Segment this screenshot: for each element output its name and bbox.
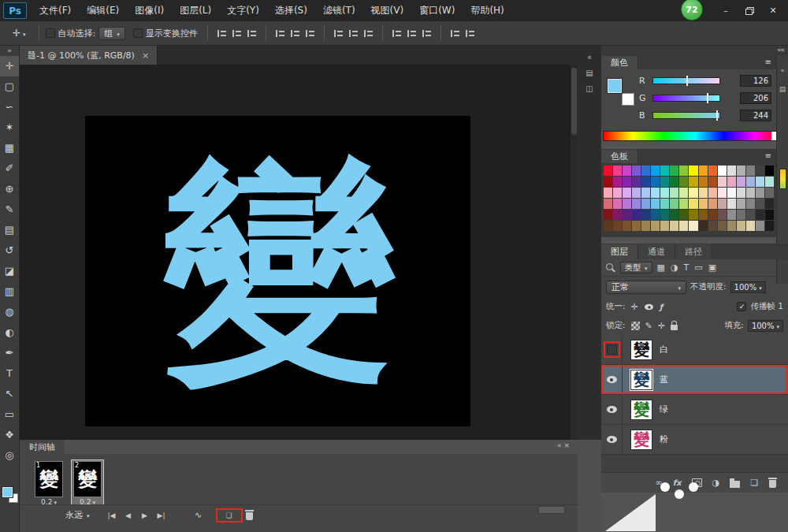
delete-layer-icon[interactable] (768, 478, 777, 488)
color-swatch[interactable] (670, 188, 678, 198)
color-swatch[interactable] (689, 199, 697, 209)
restore-button[interactable] (738, 0, 761, 21)
color-swatch[interactable] (689, 177, 697, 187)
tab-color[interactable]: 颜色 (601, 56, 638, 69)
layer-effects-icon[interactable]: fx (673, 478, 682, 487)
foreground-color-swatch[interactable] (2, 487, 13, 497)
dodge-tool[interactable]: ◐ (0, 322, 19, 343)
color-swatch[interactable] (718, 188, 727, 198)
b-value-field[interactable]: 244 (740, 110, 771, 121)
magic-wand-tool[interactable]: ✶ (0, 117, 19, 138)
marquee-tool[interactable]: ▢ (0, 76, 19, 97)
distribute-left-icon[interactable] (390, 28, 403, 39)
tool-preset-picker[interactable]: ✛ (6, 28, 32, 39)
auto-select-dropdown[interactable]: 组 (98, 27, 125, 40)
color-swatch[interactable] (623, 188, 631, 198)
layer-row[interactable]: 變白 (601, 335, 788, 365)
color-swatch[interactable] (689, 221, 697, 231)
color-swatch[interactable] (679, 210, 688, 220)
duplicate-frame-button[interactable]: ❏ (222, 512, 236, 519)
color-swatch[interactable] (699, 210, 708, 220)
tab-路径[interactable]: 路径 (675, 244, 712, 259)
show-transform-checkbox[interactable] (133, 28, 143, 38)
color-swatch[interactable] (765, 221, 774, 231)
menu-item[interactable]: 帮助(H) (463, 0, 511, 21)
close-document-icon[interactable]: × (142, 50, 149, 61)
color-swatch[interactable] (756, 221, 764, 231)
color-swatch[interactable] (632, 221, 641, 231)
color-swatch[interactable] (670, 221, 678, 231)
color-swatch[interactable] (660, 177, 669, 187)
color-swatch[interactable] (679, 188, 688, 198)
color-swatch[interactable] (670, 210, 678, 220)
lock-position-icon[interactable]: ✛ (658, 321, 665, 331)
color-swatch[interactable] (746, 221, 755, 231)
color-swatch[interactable] (727, 199, 736, 209)
color-swatch[interactable] (641, 188, 650, 198)
color-swatch[interactable] (660, 166, 669, 176)
timeline-frame[interactable]: 2變0.2 (71, 459, 104, 508)
color-swatch[interactable] (689, 166, 697, 176)
filter-adjustment-icon[interactable]: ◑ (671, 262, 678, 273)
color-swatch[interactable] (718, 199, 727, 209)
color-swatch[interactable] (708, 166, 717, 176)
first-frame-button[interactable]: |◀ (105, 512, 119, 519)
tab-通道[interactable]: 通道 (638, 244, 675, 259)
opacity-dropdown[interactable]: 100% (730, 281, 766, 293)
color-swatch[interactable] (632, 177, 641, 187)
color-swatch[interactable] (660, 199, 669, 209)
color-swatch[interactable] (623, 177, 631, 187)
brush-tool[interactable]: ✎ (0, 199, 19, 220)
color-swatch[interactable] (699, 166, 708, 176)
healing-brush-tool[interactable]: ⊕ (0, 179, 19, 199)
color-swatch[interactable] (660, 221, 669, 231)
color-swatch[interactable] (613, 210, 622, 220)
panel-icon[interactable]: ▤ (777, 85, 788, 93)
propagate-frame-checkbox[interactable] (737, 302, 746, 311)
color-swatch[interactable] (746, 166, 755, 176)
color-swatch[interactable] (708, 188, 717, 198)
color-swatch[interactable] (708, 221, 717, 231)
layer-row[interactable]: 變粉 (601, 425, 788, 455)
color-swatch[interactable] (632, 199, 641, 209)
panel-menu-icon[interactable] (765, 151, 771, 160)
align-h-center-icon[interactable] (230, 28, 243, 39)
color-swatch[interactable] (765, 210, 774, 220)
color-swatch[interactable] (670, 199, 678, 209)
color-swatch[interactable] (756, 210, 764, 220)
color-swatch[interactable] (641, 177, 650, 187)
color-swatch[interactable] (623, 221, 631, 231)
color-swatch[interactable] (737, 199, 745, 209)
color-swatch[interactable] (746, 177, 755, 187)
color-swatch[interactable] (727, 188, 736, 198)
color-swatch[interactable] (727, 210, 736, 220)
color-swatch[interactable] (623, 199, 631, 209)
layer-row[interactable]: 變绿 (601, 395, 788, 425)
color-swatch[interactable] (641, 221, 650, 231)
document-tab[interactable]: 题-1 @ 100% (蓝, RGB/8) × (20, 46, 158, 65)
move-tool[interactable]: ✛ (0, 56, 19, 76)
b-slider[interactable] (652, 112, 720, 119)
tween-button[interactable]: ∿ (191, 510, 206, 520)
filter-shape-icon[interactable]: ▭ (694, 262, 702, 273)
align-top-icon[interactable] (273, 28, 287, 39)
color-swatch[interactable] (737, 166, 745, 176)
color-swatch[interactable] (670, 166, 678, 176)
color-swatch[interactable] (708, 199, 717, 209)
color-swatch[interactable] (699, 199, 708, 209)
next-frame-button[interactable]: ▶| (154, 512, 169, 519)
color-swatch[interactable] (660, 210, 669, 220)
warp-icon[interactable] (463, 28, 477, 39)
color-spectrum-bar[interactable] (603, 131, 786, 141)
layer-visibility-toggle[interactable] (601, 365, 623, 394)
tab-timeline[interactable]: 时间轴 (20, 440, 65, 454)
color-swatch[interactable] (651, 166, 660, 176)
color-swatch[interactable] (699, 188, 708, 198)
g-value-field[interactable]: 206 (740, 92, 771, 104)
new-layer-icon[interactable]: ❏ (750, 478, 758, 488)
menu-item[interactable]: 图像(I) (127, 0, 172, 21)
color-swatch[interactable] (727, 221, 736, 231)
color-swatch[interactable] (727, 177, 736, 187)
color-swatch[interactable] (718, 210, 727, 220)
color-swatch[interactable] (746, 199, 755, 209)
